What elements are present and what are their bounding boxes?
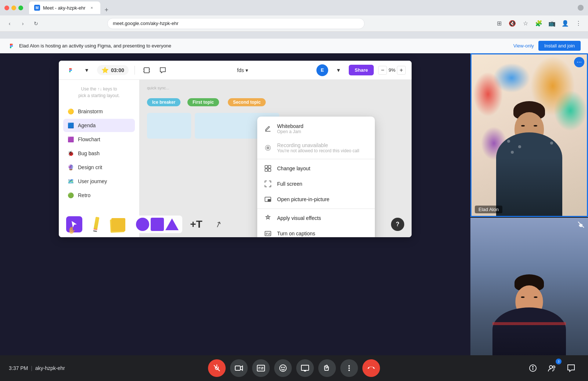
ice-breaker-badge: Ice breaker — [147, 98, 180, 106]
sidebar-item-label-agenda: Agenda — [78, 122, 96, 128]
frame-tool-button[interactable] — [141, 64, 153, 76]
figma-dropdown-button[interactable]: ▾ — [81, 64, 93, 76]
back-button[interactable]: ‹ — [4, 18, 15, 29]
svg-point-38 — [533, 366, 533, 367]
sidebar-item-label-retro: Retro — [78, 192, 90, 198]
refresh-button[interactable]: ↻ — [31, 18, 41, 29]
sticky-note-tool-button[interactable] — [110, 216, 126, 232]
figma-notification-text: Elad Alon is hosting an activity using F… — [19, 43, 513, 49]
pencil-icon — [93, 217, 100, 232]
svg-point-34 — [348, 367, 350, 369]
new-tab-button[interactable]: + — [102, 6, 112, 14]
text-tool-button[interactable]: +T — [188, 216, 204, 232]
extensions-button[interactable]: ⊞ — [494, 18, 504, 29]
tab-close-button[interactable]: × — [89, 4, 95, 11]
captions-button[interactable] — [252, 359, 270, 377]
sidebar-item-userjourney[interactable]: 🗺️ User journey — [63, 175, 135, 188]
maximize-window-button[interactable] — [18, 6, 23, 10]
avatar-dropdown-button[interactable]: ▾ — [333, 64, 344, 76]
zoom-controls: − 9% + — [378, 66, 406, 75]
svg-rect-22 — [257, 365, 265, 371]
svg-point-39 — [549, 366, 552, 368]
chat-button[interactable] — [563, 360, 579, 376]
menu-item-fullscreen[interactable]: Full screen — [257, 176, 375, 192]
emoji-reactions-button[interactable] — [274, 359, 292, 377]
sidebar-item-brainstorm[interactable]: 🟡 Brainstorm — [63, 105, 135, 118]
info-button[interactable] — [525, 360, 541, 376]
file-name-chevron: ▾ — [245, 67, 248, 73]
sidebar-item-agenda[interactable]: 🟦 Agenda — [63, 119, 135, 132]
menu-divider-2 — [257, 209, 375, 209]
menu-item-effects-label: Apply visual effects — [277, 215, 321, 221]
figma-toolbar: ▾ ⭐ 03:00 — [59, 61, 412, 80]
pencil-tool-button[interactable] — [88, 216, 104, 232]
svg-rect-0 — [144, 68, 149, 73]
address-bar[interactable]: meet.google.com/aky-hzpk-ehr — [107, 18, 365, 29]
camera-button[interactable] — [230, 359, 248, 377]
arrow-tool-button[interactable]: ↗ — [210, 216, 226, 232]
bookmark-button[interactable]: ☆ — [520, 18, 531, 29]
view-only-button[interactable]: View-only — [513, 43, 534, 49]
meet-right-controls: 3 — [525, 360, 579, 376]
eye-right-francois — [534, 296, 538, 298]
menu-item-captions[interactable]: Turn on captions — [257, 226, 375, 237]
tabs-area: M Meet - aky-hzpk-ehr × + — [29, 1, 507, 14]
userjourney-icon: 🗺️ — [67, 178, 74, 185]
svg-rect-14 — [265, 231, 271, 236]
shapes-group — [132, 216, 182, 233]
help-button[interactable]: ? — [391, 218, 404, 231]
captions-icon — [264, 229, 272, 237]
sidebar-item-label-designcrit: Design crit — [78, 164, 102, 170]
svg-rect-9 — [268, 165, 271, 168]
active-tab[interactable]: M Meet - aky-hzpk-ehr × — [29, 1, 100, 14]
menu-item-whiteboard[interactable]: Whiteboard Open a Jam — [257, 120, 375, 139]
eye-left-elad — [521, 125, 525, 127]
sidebar-item-flowchart[interactable]: 🟪 Flowchart — [63, 133, 135, 146]
raise-hand-button[interactable] — [318, 359, 336, 377]
figma-logo-button[interactable] — [65, 64, 76, 76]
end-call-button[interactable] — [362, 359, 380, 377]
zoom-level: 9% — [388, 67, 395, 73]
sidebar-item-label-flowchart: Flowchart — [78, 136, 100, 142]
participant-name-badge-elad: Elad Alon — [475, 206, 502, 213]
mute-tab-button[interactable]: 🔇 — [507, 18, 517, 29]
pip-icon — [264, 195, 272, 203]
file-name-display[interactable]: fds ▾ — [237, 67, 248, 73]
mute-microphone-button[interactable] — [208, 359, 226, 377]
profile-button[interactable]: 👤 — [560, 18, 570, 29]
present-button[interactable] — [296, 359, 314, 377]
minimize-window-button[interactable] — [11, 6, 16, 10]
svg-rect-30 — [301, 365, 309, 370]
comment-tool-button[interactable] — [157, 64, 169, 76]
video-options-button[interactable]: ⋯ — [574, 57, 584, 67]
participants-count-badge: 3 — [556, 359, 562, 364]
more-options-button[interactable] — [340, 359, 358, 377]
close-window-button[interactable] — [4, 6, 9, 10]
install-join-button[interactable]: Install and join — [538, 41, 581, 51]
menu-item-effects[interactable]: Apply visual effects — [257, 210, 375, 226]
cast-button[interactable]: 📺 — [547, 18, 557, 29]
menu-item-captions-label: Turn on captions — [277, 231, 315, 236]
menu-item-pip[interactable]: Open picture-in-picture — [257, 192, 375, 207]
canvas-card-1 — [147, 113, 191, 139]
menu-item-recording-sub: You're not allowed to record this video … — [277, 148, 359, 154]
sidebar-item-designcrit[interactable]: 🔮 Design crit — [63, 161, 135, 174]
share-button[interactable]: Share — [349, 65, 374, 75]
zoom-out-button[interactable]: − — [378, 66, 387, 75]
menu-item-recording: Recording unavailable You're not allowed… — [257, 139, 375, 158]
svg-rect-13 — [268, 199, 270, 201]
svg-point-29 — [284, 367, 284, 368]
menu-item-recording-label: Recording unavailable — [277, 142, 359, 148]
eye-left-francois — [521, 296, 525, 298]
agenda-icon: 🟦 — [67, 122, 74, 129]
menu-item-change-layout[interactable]: Change layout — [257, 161, 375, 176]
forward-button[interactable]: › — [18, 18, 28, 29]
menu-button[interactable]: ⋮ — [573, 18, 584, 29]
zoom-in-button[interactable]: + — [397, 66, 406, 75]
figma-timer: ⭐ 03:00 — [97, 65, 129, 75]
sidebar-item-bugbash[interactable]: 🐞 Bug bash — [63, 147, 135, 160]
browser-toolbar: ‹ › ↻ meet.google.com/aky-hzpk-ehr ⊞ 🔇 ☆… — [0, 15, 588, 32]
fullscreen-icon — [264, 180, 272, 188]
extensions-puzzle-button[interactable]: 🧩 — [534, 18, 544, 29]
sidebar-item-retro[interactable]: 🟢 Retro — [63, 189, 135, 202]
